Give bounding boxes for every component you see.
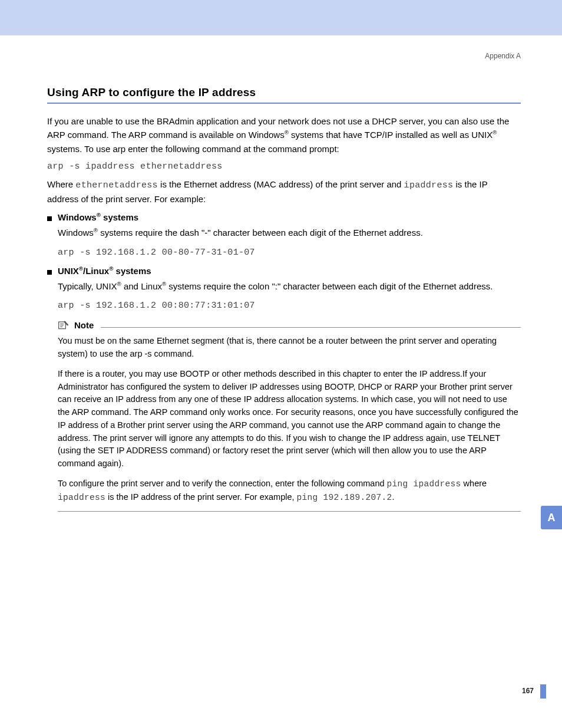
text: and Linux (121, 281, 162, 291)
reg-mark: ® (492, 129, 497, 136)
note-p1: You must be on the same Ethernet segment… (58, 335, 521, 361)
text: Where (47, 179, 75, 189)
bullet-icon (47, 216, 52, 221)
bullet-heading-unix: UNIX®/Linux® systems (47, 265, 521, 276)
text: is the IP address of the print server. F… (105, 492, 297, 502)
text: /Linux (83, 266, 109, 276)
text: systems (113, 266, 151, 276)
appendix-label: Appendix A (47, 52, 521, 60)
code-arp-unix: arp -s 192.168.1.2 00:80:77:31:01:07 (58, 299, 521, 312)
code-arp-generic: arp -s ipaddress ethernetaddress (47, 162, 521, 172)
reg-mark: ® (97, 212, 101, 218)
note-label: Note (74, 320, 94, 330)
appendix-tab[interactable]: A (541, 506, 562, 529)
text: is the Ethernet address (MAC address) of… (158, 179, 404, 189)
code-inline: ethernetaddress (75, 180, 158, 190)
code-arp-windows: arp -s 192.168.1.2 00-80-77-31-01-07 (58, 246, 521, 259)
intro-paragraph-2: Where ethernetaddress is the Ethernet ad… (47, 177, 521, 206)
reg-mark: ® (94, 227, 98, 233)
page-content: Appendix A Using ARP to configure the IP… (0, 35, 562, 512)
text: systems. To use arp enter the following … (47, 144, 339, 154)
note-icon (58, 319, 70, 330)
reg-mark: ® (79, 265, 83, 272)
note-body: You must be on the same Ethernet segment… (58, 335, 521, 504)
text: . (392, 492, 395, 502)
note-header: Note (58, 319, 521, 330)
page-number-strip (540, 684, 546, 699)
text: UNIX (58, 266, 79, 276)
text: systems require the colon ":" character … (166, 281, 492, 291)
text: To configure the print server and to ver… (58, 479, 387, 488)
reg-mark: ® (117, 281, 121, 287)
header-band (0, 0, 562, 35)
bullet-icon (47, 270, 52, 275)
code-inline: ping ipaddress (387, 479, 461, 489)
bullet-body-windows: Windows® systems require the dash "-" ch… (58, 226, 521, 259)
code-inline: ipaddress (58, 493, 105, 502)
text: where (461, 479, 487, 488)
note-section: Note You must be on the same Ethernet se… (58, 319, 521, 512)
text: Typically, UNIX (58, 281, 117, 291)
intro-paragraph-1: If you are unable to use the BRAdmin app… (47, 114, 521, 156)
note-p2: If there is a router, you may use BOOTP … (58, 368, 521, 470)
text: systems (101, 212, 138, 222)
appendix-tab-label: A (548, 512, 556, 524)
note-p3: To configure the print server and to ver… (58, 477, 521, 505)
reg-mark: ® (285, 129, 289, 136)
section-title: Using ARP to configure the IP address (47, 86, 521, 104)
note-rule (101, 327, 521, 328)
page-number: 167 (522, 687, 534, 695)
bullet-unix: UNIX®/Linux® systems Typically, UNIX® an… (47, 265, 521, 313)
bullet-body-unix: Typically, UNIX® and Linux® systems requ… (58, 279, 521, 313)
text: Windows (58, 228, 94, 238)
text: systems require the dash "-" character b… (98, 228, 423, 238)
code-inline: ipaddress (404, 180, 454, 190)
bullet-windows: Windows® systems Windows® systems requir… (47, 212, 521, 259)
text: systems that have TCP/IP installed as we… (289, 130, 492, 140)
code-inline: ping 192.189.207.2 (297, 493, 392, 502)
bullet-heading-windows: Windows® systems (47, 212, 521, 222)
note-bottom-rule (58, 511, 521, 512)
text: Windows (58, 212, 97, 222)
